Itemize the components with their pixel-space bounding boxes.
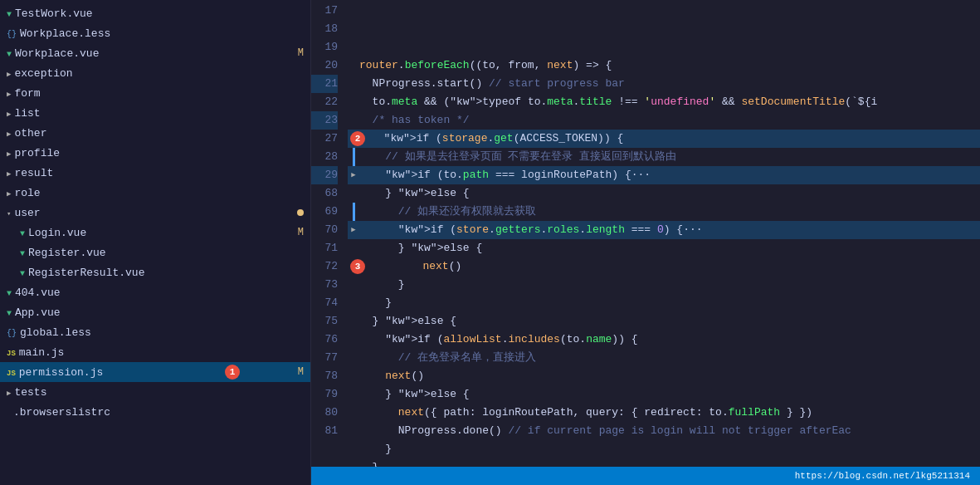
vue-file-icon: [7, 287, 15, 299]
code-editor: 1718192021222327282968697071727374757677…: [311, 0, 980, 485]
code-line-21: 2 "kw">if (storage.get(ACCESS_TOKEN)) {: [348, 130, 980, 148]
line-number-81: 81: [311, 422, 338, 440]
less-file-icon: [7, 326, 20, 339]
sidebar-item-testwork[interactable]: TestWork.vue: [0, 3, 310, 23]
file-label: tests: [14, 386, 304, 399]
line-number-18: 18: [311, 20, 338, 38]
sidebar-item-login-vue[interactable]: Login.vueM: [0, 223, 310, 242]
line-number-75: 75: [311, 312, 338, 331]
sidebar-item-user[interactable]: user: [0, 203, 310, 223]
annotation-badge-3: 3: [350, 259, 365, 274]
sidebar-item-form[interactable]: form: [0, 83, 310, 103]
sidebar-item-exception[interactable]: exception: [0, 63, 310, 83]
file-label: user: [14, 207, 294, 219]
line-gutter-29: ▶: [348, 221, 359, 239]
fold-arrow-icon: ▶: [351, 221, 355, 239]
sidebar-item-permission-js[interactable]: permission.jsM1: [0, 362, 310, 382]
line-number-72: 72: [311, 257, 338, 276]
file-label: other: [14, 127, 304, 140]
line-gutter-69: 3: [348, 259, 371, 274]
line-number-23: 23: [311, 111, 338, 130]
code-line-29: ▶ "kw">if (store.getters.roles.length ==…: [348, 221, 980, 239]
line-content-19: to.meta && ("kw">typeof to.meta.title !=…: [359, 93, 980, 111]
line-content-29: "kw">if (store.getters.roles.length === …: [359, 221, 980, 239]
code-line-19: to.meta && ("kw">typeof to.meta.title !=…: [348, 93, 980, 111]
vue-file-icon: [20, 227, 28, 239]
js-file-icon: [7, 366, 19, 379]
folder-collapsed-icon: [7, 107, 14, 120]
code-line-68: } "kw">else {: [348, 239, 980, 257]
line-content-78: NProgress.done() // if current page is l…: [359, 422, 980, 440]
file-label: global.less: [20, 326, 304, 339]
line-content-20: /* has token */: [359, 111, 980, 130]
sidebar-item-workplace-vue[interactable]: Workplace.vueM: [0, 43, 310, 63]
line-content-23: "kw">if (to.path === loginRoutePath) {··…: [359, 166, 980, 184]
code-content: router.beforeEach((to, from, next) => { …: [344, 0, 980, 467]
code-line-28: // 如果还没有权限就去获取: [348, 203, 980, 221]
line-number-29: 29: [311, 166, 338, 184]
annotation-number-1: 1: [225, 365, 240, 380]
sidebar-item-workplace-less[interactable]: Workplace.less: [0, 23, 310, 43]
code-line-73: "kw">if (allowList.includes(to.name)) {: [348, 331, 980, 349]
sidebar-item-other[interactable]: other: [0, 123, 310, 143]
line-numbers: 1718192021222327282968697071727374757677…: [311, 0, 344, 467]
sidebar-item-registerresult-vue[interactable]: RegisterResult.vue: [0, 262, 310, 282]
sidebar-item-result[interactable]: result: [0, 163, 310, 183]
folder-collapsed-icon: [7, 127, 14, 140]
code-line-22: // 如果是去往登录页面 不需要在登录 直接返回到默认路由: [348, 148, 980, 166]
fold-arrow-icon: ▶: [351, 166, 355, 184]
sidebar-item-global-less[interactable]: global.less: [0, 322, 310, 342]
sidebar-item-profile[interactable]: profile: [0, 143, 310, 163]
folder-collapsed-icon: [7, 187, 14, 199]
sidebar-item-register-vue[interactable]: Register.vue: [0, 242, 310, 262]
file-label: role: [14, 187, 304, 199]
line-content-71: }: [359, 294, 980, 312]
sidebar-item-404-vue[interactable]: 404.vue: [0, 282, 310, 302]
code-line-79: }: [348, 440, 980, 458]
line-number-79: 79: [311, 385, 338, 404]
line-number-74: 74: [311, 294, 338, 312]
line-content-69: next(): [371, 257, 980, 276]
code-line-77: next({ path: loginRoutePath, query: { re…: [348, 404, 980, 422]
line-content-72: } "kw">else {: [359, 312, 980, 331]
file-label: profile: [14, 147, 304, 159]
line-number-78: 78: [311, 367, 338, 385]
file-label: main.js: [19, 346, 304, 359]
line-gutter-23: ▶: [348, 166, 359, 184]
file-label: App.vue: [15, 306, 304, 319]
code-line-72: } "kw">else {: [348, 312, 980, 331]
line-number-80: 80: [311, 404, 338, 422]
sidebar-item-app-vue[interactable]: App.vue: [0, 302, 310, 322]
code-line-17: router.beforeEach((to, from, next) => {: [348, 56, 980, 75]
line-gutter-22: [348, 148, 359, 166]
line-content-21: "kw">if (storage.get(ACCESS_TOKEN)) {: [371, 130, 980, 148]
modified-badge: M: [298, 366, 304, 378]
sidebar-item-browserslistrc[interactable]: .browserslistrc: [0, 402, 310, 422]
sidebar-item-tests[interactable]: tests: [0, 382, 310, 402]
file-explorer[interactable]: TestWork.vueWorkplace.lessWorkplace.vueM…: [0, 0, 311, 485]
line-number-76: 76: [311, 331, 338, 349]
folder-collapsed-icon: [7, 67, 14, 80]
line-number-70: 70: [311, 221, 338, 239]
line-number-19: 19: [311, 38, 338, 56]
vue-file-icon: [20, 247, 28, 259]
sidebar-item-main-js[interactable]: main.js: [0, 342, 310, 362]
line-number-77: 77: [311, 349, 338, 367]
line-content-76: } "kw">else {: [359, 385, 980, 404]
sidebar-item-list[interactable]: list: [0, 103, 310, 123]
code-line-70: }: [348, 276, 980, 294]
code-line-80: }: [348, 458, 980, 467]
code-line-71: }: [348, 294, 980, 312]
file-label: Login.vue: [28, 227, 295, 239]
line-content-75: next(): [359, 367, 980, 385]
status-bar: https://blog.csdn.net/lkg5211314: [311, 467, 980, 485]
sidebar-item-role[interactable]: role: [0, 183, 310, 203]
line-content-27: } "kw">else {: [359, 184, 980, 203]
line-content-77: next({ path: loginRoutePath, query: { re…: [359, 404, 980, 422]
line-content-28: // 如果还没有权限就去获取: [359, 203, 980, 221]
file-label: Workplace.vue: [15, 47, 295, 60]
line-number-21: 21: [311, 75, 338, 93]
line-content-80: }: [359, 458, 980, 467]
folder-collapsed-icon: [7, 386, 14, 399]
line-content-22: // 如果是去往登录页面 不需要在登录 直接返回到默认路由: [359, 148, 980, 166]
